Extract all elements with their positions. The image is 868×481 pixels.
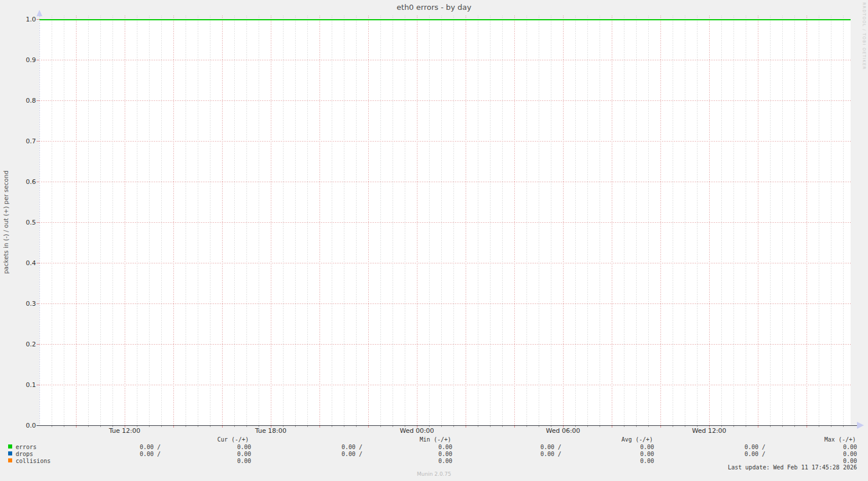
legend-value: 0.00 / — [287, 451, 362, 458]
legend-column-header: Avg (-/+) — [578, 436, 653, 443]
y-tick-label: 0.1 — [0, 382, 36, 388]
legend-value: 0.00 — [579, 458, 654, 465]
legend-column-header: Cur (-/+) — [173, 436, 249, 443]
legend-value: 0.00 — [176, 458, 251, 465]
y-tick-label: 0.3 — [0, 301, 36, 307]
munin-eth0-errors-graph: eth0 errors - by day packets in (-) / ou… — [0, 0, 868, 481]
legend-value: 0.00 — [782, 444, 857, 451]
legend-label-drops: drops — [16, 451, 33, 458]
y-tick-label: 0.4 — [0, 260, 36, 266]
legend-column-header: Max (-/+) — [780, 436, 856, 443]
legend-value: 0.00 / — [486, 451, 561, 458]
legend-value: 0.00 / — [85, 444, 161, 451]
legend-value: 0.00 — [377, 458, 452, 465]
x-tick-label: Tue 12:00 — [109, 428, 140, 434]
munin-version-text: Munin 2.0.75 — [0, 471, 868, 477]
legend-value: 0.00 — [782, 451, 857, 458]
legend-value: 0.00 / — [287, 444, 362, 451]
y-tick-label: 0.0 — [0, 422, 36, 429]
legend-swatch-drops — [8, 451, 12, 455]
y-tick-label: 0.9 — [0, 57, 36, 63]
x-axis-arrow — [857, 422, 864, 429]
y-tick-label: 0.7 — [0, 138, 36, 144]
legend-value: 0.00 / — [486, 444, 561, 451]
x-tick-label: Wed 00:00 — [400, 428, 434, 434]
legend-label-errors: errors — [16, 444, 37, 451]
legend-value: 0.00 / — [690, 451, 765, 458]
x-tick-label: Wed 06:00 — [546, 428, 580, 434]
legend-value: 0.00 — [579, 444, 654, 451]
y-tick-label: 0.5 — [0, 219, 36, 226]
chart-canvas — [0, 0, 868, 481]
y-axis-arrow — [37, 10, 42, 16]
legend-value: 0.00 — [579, 451, 654, 458]
y-tick-label: 0.6 — [0, 179, 36, 185]
legend-swatch-collisions — [8, 458, 12, 462]
legend-swatch-errors — [8, 444, 12, 449]
x-tick-label: Tue 18:00 — [255, 428, 286, 434]
legend-label-collisions: collisions — [16, 458, 50, 465]
y-tick-label: 0.2 — [0, 341, 36, 348]
legend-value: 0.00 — [176, 451, 251, 458]
legend-value: 0.00 — [176, 444, 251, 451]
legend-column-header: Min (-/+) — [376, 436, 451, 443]
legend-value: 0.00 / — [85, 451, 161, 458]
legend-value: 0.00 / — [690, 444, 765, 451]
y-tick-label: 0.8 — [0, 97, 36, 104]
x-tick-label: Wed 12:00 — [692, 428, 726, 434]
legend-value: 0.00 — [377, 451, 452, 458]
legend-value: 0.00 — [377, 444, 452, 451]
last-update-text: Last update: Wed Feb 11 17:45:28 2026 — [683, 464, 857, 471]
y-tick-label: 1.0 — [0, 16, 36, 23]
